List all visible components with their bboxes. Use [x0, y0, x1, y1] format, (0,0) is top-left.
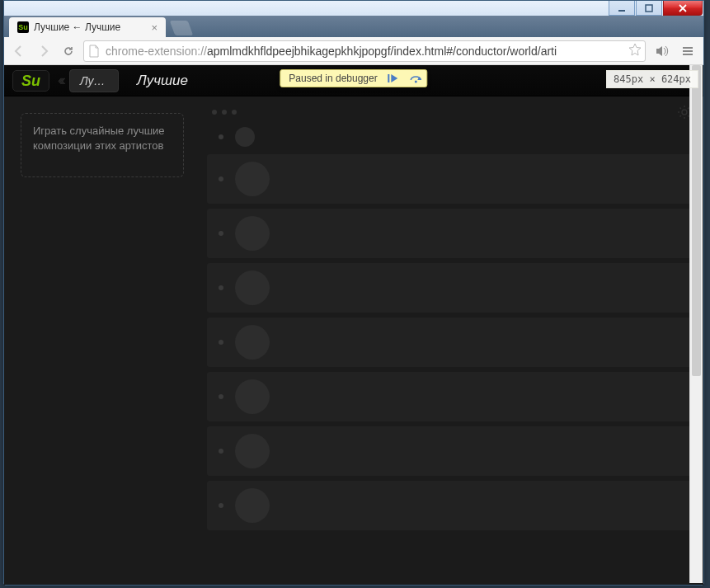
- svg-rect-2: [683, 47, 693, 49]
- svg-rect-5: [388, 74, 390, 82]
- avatar: [235, 488, 270, 523]
- app-logo[interactable]: Su: [12, 70, 49, 92]
- bullet-icon: [219, 503, 223, 508]
- chrome-menu-button[interactable]: [677, 45, 698, 58]
- url-text: chrome-extension://apmlmdkhfldpeejbhikag…: [106, 45, 623, 58]
- artist-list: [184, 96, 703, 585]
- list-item[interactable]: [207, 154, 692, 204]
- avatar: [235, 162, 270, 196]
- volume-icon[interactable]: [651, 44, 672, 59]
- debugger-resume-button[interactable]: [386, 72, 401, 85]
- list-item[interactable]: [207, 426, 692, 476]
- window-titlebar: [4, 1, 703, 16]
- svg-point-6: [415, 81, 417, 83]
- avatar: [235, 127, 255, 147]
- page-title: Лучшие: [137, 73, 188, 89]
- reload-button[interactable]: [59, 41, 78, 61]
- svg-rect-3: [683, 50, 693, 52]
- debugger-step-over-button[interactable]: [409, 72, 424, 85]
- list-item[interactable]: [207, 263, 692, 313]
- list-item[interactable]: [207, 209, 692, 258]
- page-viewport: Su ‹‹‹ Луч... Лучшие Paused in debugger …: [4, 65, 703, 585]
- svg-rect-1: [646, 5, 652, 12]
- new-tab-button[interactable]: [170, 21, 194, 35]
- avatar: [235, 270, 270, 305]
- debugger-message: Paused in debugger: [289, 73, 377, 83]
- bullet-icon: [219, 394, 223, 399]
- scrollbar-thumb[interactable]: [692, 65, 701, 376]
- breadcrumb-chevrons-icon: ‹‹‹: [58, 72, 63, 89]
- bookmark-star-icon[interactable]: [628, 43, 642, 59]
- svg-rect-0: [618, 10, 625, 12]
- bullet-icon: [219, 134, 223, 139]
- back-button[interactable]: [9, 41, 29, 61]
- tab-favicon: Su: [17, 21, 29, 33]
- bullet-icon: [219, 176, 223, 181]
- bullet-icon: [219, 231, 223, 236]
- list-item[interactable]: [207, 318, 692, 367]
- play-random-card[interactable]: Играть случайные лучшие композиции этих …: [21, 113, 184, 177]
- browser-window: Su Лучшие ← Лучшие × chrome-extension://…: [3, 0, 704, 586]
- app-body: Играть случайные лучшие композиции этих …: [4, 96, 703, 585]
- list-item[interactable]: [207, 481, 692, 530]
- avatar: [235, 434, 270, 468]
- list-item[interactable]: [207, 372, 692, 421]
- browser-toolbar: chrome-extension://apmlmdkhfldpeejbhikag…: [4, 37, 703, 65]
- browser-tab[interactable]: Su Лучшие ← Лучшие ×: [9, 17, 166, 37]
- tab-title: Лучшие ← Лучшие: [34, 21, 146, 33]
- bullet-icon: [219, 449, 223, 454]
- window-minimize-button[interactable]: [609, 1, 635, 16]
- avatar: [235, 216, 270, 251]
- forward-button[interactable]: [34, 41, 54, 61]
- loading-dots-icon: [207, 110, 692, 115]
- address-bar[interactable]: chrome-extension://apmlmdkhfldpeejbhikag…: [83, 40, 646, 62]
- avatar: [235, 379, 270, 414]
- page-icon: [87, 45, 101, 58]
- window-maximize-button[interactable]: [636, 1, 662, 16]
- window-close-button[interactable]: [663, 1, 703, 16]
- browser-tab-strip: Su Лучшие ← Лучшие ×: [4, 16, 703, 37]
- vertical-scrollbar[interactable]: [689, 65, 703, 583]
- breadcrumb-item[interactable]: Луч...: [69, 69, 119, 92]
- bullet-icon: [219, 340, 223, 345]
- svg-point-7: [682, 110, 687, 115]
- list-item[interactable]: [207, 125, 692, 149]
- bullet-icon: [219, 285, 223, 290]
- debugger-overlay: Paused in debugger: [280, 69, 427, 87]
- avatar: [235, 325, 270, 360]
- tab-close-icon[interactable]: ×: [151, 21, 158, 34]
- svg-rect-4: [683, 54, 693, 55]
